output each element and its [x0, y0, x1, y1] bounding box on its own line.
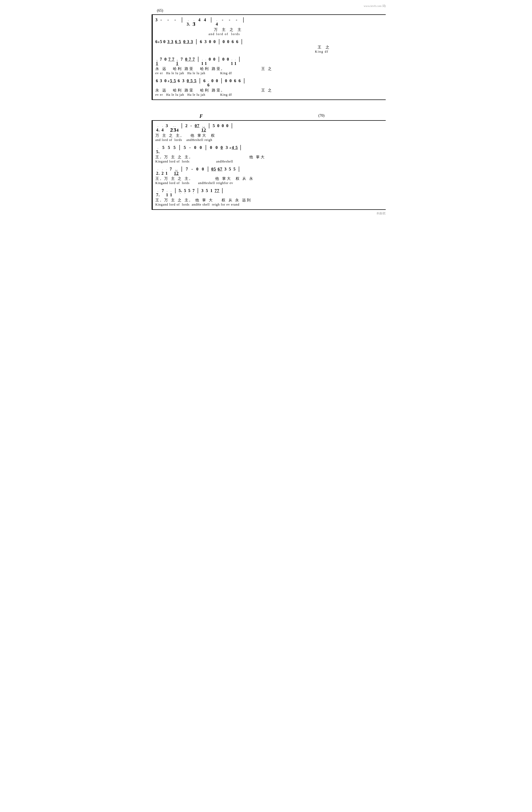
row-7-notes: ·2. ·2 ·1 7 · · 12 | 7 - 0 0 | 05 67 3	[155, 166, 386, 176]
row-8-en: Kingand lord of lords andHe shell reigh …	[155, 203, 386, 207]
row-7-cn: 王, 万 主 之 主, 他 掌大 权 从 永	[155, 176, 386, 181]
row-1-notes: 3 - - - | · 3. · 3̈ 4 4 | · 4 - -	[155, 16, 386, 27]
row-3-cn: 永 远 哈利 路亚 哈利 路亚, 王 之	[155, 67, 386, 71]
row-5-notes: ·4. ·4 3 · · 2̂3̂4 | 2 - 07 · · 12 | 5 0…	[155, 122, 386, 133]
section-2: ·4. ·4 3 · · 2̂3̂4 | 2 - 07 · · 12 | 5 0…	[152, 120, 386, 210]
measure-number-70: (70)	[318, 114, 325, 119]
row-2-en: King df	[315, 50, 386, 54]
row-1-cn: 万 主 之 主	[214, 27, 386, 32]
section-1: 3 - - - | · 3. · 3̈ 4 4 | · 4 - -	[152, 14, 386, 100]
row-6-notes: ·5. 5 5 5 | 5 - 0 0 | 0 0 0 3 # 4 5 |	[155, 144, 386, 154]
row-6-cn: 王, 万 主 之 主, 他 掌大	[155, 155, 386, 160]
row-5-en: and lord of lords andHeshell reigh	[155, 138, 386, 142]
row-4-en: ev er Ha le lu jah Ha le lu jah King df	[155, 93, 386, 97]
row-2-notes: 6 # 5 0 3 3 6 5 0 3 3 | 6 3 0 0 | 0 0 6 …	[155, 38, 386, 44]
measure-number-65: (65)	[157, 9, 386, 13]
row-1-en: and lord of lords	[209, 32, 386, 36]
row-3-notes: · 1 7 0 7 7 · 1 7 0 7 7 | ·1 ·1 0 0 | 0 …	[155, 56, 386, 66]
row-4-notes: 6 3 0 # 5 5 6 3 0 5 5 | 6 ·6 0 0 | 0 0 6…	[155, 77, 386, 87]
watermark-top: www.ktv8.com 词曲库	[152, 4, 386, 8]
row-6-en: Kingand lord of lords andHeshell	[155, 160, 386, 163]
row-7-en: Kingand lord of lords andHeshell reighfo…	[155, 181, 386, 185]
f-marker: F	[200, 114, 203, 119]
row-3-en: ev er Ha le lu jah Ha le lu jah King df	[155, 71, 386, 75]
row-4-cn: 永 远 哈利 路亚 哈利 路亚, 王 之	[155, 88, 386, 93]
row-8-cn: 王, 万 主 之 主, 他 掌 大 权 从 永 远到	[155, 198, 386, 203]
row-8-notes: ·7. 7 ·1 ·1 | 5. · 5 · 5	[155, 187, 386, 197]
row-2-cn: 王 之	[318, 45, 386, 50]
watermark-bottom: 本曲谱源自	[152, 212, 386, 215]
row-5-cn: 万 主 之 主, 他 掌大 权	[155, 133, 386, 138]
